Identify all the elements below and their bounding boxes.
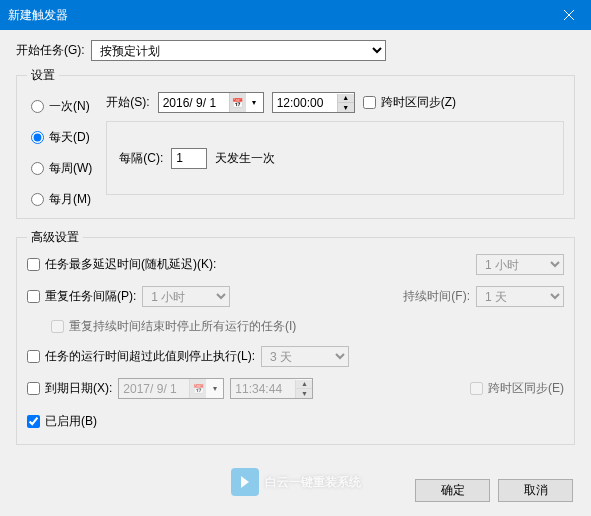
radio-daily[interactable]: 每天(D) — [31, 129, 92, 146]
expire-row: 到期日期(X): 📅 ▾ ▲▼ 跨时区同步(E) — [27, 378, 564, 399]
tz-sync-checkbox[interactable]: 跨时区同步(Z) — [363, 94, 456, 111]
radio-daily-input[interactable] — [31, 131, 44, 144]
recur-box: 每隔(C): 天发生一次 — [106, 121, 564, 195]
start-row: 开始(S): 📅 ▾ ▲▼ 跨时区同步(Z) — [106, 92, 564, 113]
radio-weekly-input[interactable] — [31, 162, 44, 175]
stop-after-dropdown: 3 天 — [261, 346, 349, 367]
close-icon — [564, 10, 574, 20]
stop-repeat-row: 重复持续时间结束时停止所有运行的任务(I) — [51, 318, 564, 335]
window-title: 新建触发器 — [8, 7, 68, 24]
duration-dropdown: 1 天 — [476, 286, 564, 307]
expire-time-spinner: ▲▼ — [230, 378, 313, 399]
start-label: 开始(S): — [106, 94, 149, 111]
stop-after-input[interactable] — [27, 350, 40, 363]
radio-once[interactable]: 一次(N) — [31, 98, 92, 115]
enabled-input[interactable] — [27, 415, 40, 428]
enabled-row: 已启用(B) — [27, 413, 564, 430]
expire-label: 到期日期(X): — [45, 380, 112, 397]
settings-fieldset: 设置 一次(N) 每天(D) 每周(W) 每月(M) 开始(S): 📅 ▾ — [16, 67, 575, 219]
frequency-radios: 一次(N) 每天(D) 每周(W) 每月(M) — [27, 92, 92, 208]
start-date-input[interactable] — [159, 93, 229, 112]
recur-label: 每隔(C): — [119, 150, 163, 167]
repeat-label: 重复任务间隔(P): — [45, 288, 136, 305]
radio-daily-label: 每天(D) — [49, 129, 90, 146]
tz-sync-input[interactable] — [363, 96, 376, 109]
repeat-check-input[interactable] — [27, 290, 40, 303]
delay-checkbox[interactable]: 任务最多延迟时间(随机延迟)(K): — [27, 256, 216, 273]
tz-sync-label: 跨时区同步(Z) — [381, 94, 456, 111]
spin-up-icon: ▲ — [296, 380, 312, 389]
chevron-down-icon[interactable]: ▾ — [246, 93, 263, 112]
delay-label: 任务最多延迟时间(随机延迟)(K): — [45, 256, 216, 273]
expire-input[interactable] — [27, 382, 40, 395]
spin-up-icon[interactable]: ▲ — [338, 94, 354, 103]
task-label: 开始任务(G): — [16, 42, 85, 59]
duration-label: 持续时间(F): — [403, 288, 470, 305]
repeat-dropdown: 1 小时 — [142, 286, 230, 307]
start-time-spinner[interactable]: ▲▼ — [272, 92, 355, 113]
radio-weekly[interactable]: 每周(W) — [31, 160, 92, 177]
spin-down-icon[interactable]: ▼ — [338, 103, 354, 112]
advanced-legend: 高级设置 — [27, 229, 83, 246]
chevron-down-icon: ▾ — [206, 379, 223, 398]
calendar-icon: 📅 — [189, 379, 206, 398]
stop-repeat-checkbox: 重复持续时间结束时停止所有运行的任务(I) — [51, 318, 296, 335]
expire-tz-input — [470, 382, 483, 395]
watermark-icon — [231, 468, 259, 496]
dialog-content: 开始任务(G): 按预定计划 设置 一次(N) 每天(D) 每周(W) 每月(M… — [0, 30, 591, 465]
cancel-button[interactable]: 取消 — [498, 479, 573, 502]
repeat-checkbox[interactable]: 重复任务间隔(P): — [27, 288, 136, 305]
expire-checkbox[interactable]: 到期日期(X): — [27, 380, 112, 397]
enabled-checkbox[interactable]: 已启用(B) — [27, 413, 97, 430]
delay-dropdown: 1 小时 — [476, 254, 564, 275]
radio-monthly[interactable]: 每月(M) — [31, 191, 92, 208]
expire-time-input — [231, 379, 295, 398]
radio-monthly-label: 每月(M) — [49, 191, 91, 208]
radio-monthly-input[interactable] — [31, 193, 44, 206]
expire-tz-checkbox: 跨时区同步(E) — [470, 380, 564, 397]
settings-right-panel: 开始(S): 📅 ▾ ▲▼ 跨时区同步(Z) 每隔(C): 天发生一 — [106, 92, 564, 208]
watermark: 白云一键重装系统 — [231, 468, 361, 496]
enabled-label: 已启用(B) — [45, 413, 97, 430]
stop-after-row: 任务的运行时间超过此值则停止执行(L): 3 天 — [27, 346, 564, 367]
spin-down-icon: ▼ — [296, 389, 312, 398]
delay-check-input[interactable] — [27, 258, 40, 271]
recur-suffix: 天发生一次 — [215, 150, 275, 167]
expire-tz-label: 跨时区同步(E) — [488, 380, 564, 397]
settings-legend: 设置 — [27, 67, 59, 84]
expire-date-picker: 📅 ▾ — [118, 378, 224, 399]
calendar-icon[interactable]: 📅 — [229, 93, 246, 112]
repeat-row: 重复任务间隔(P): 1 小时 持续时间(F): 1 天 — [27, 286, 564, 307]
task-row: 开始任务(G): 按预定计划 — [16, 40, 575, 61]
start-time-input[interactable] — [273, 93, 337, 112]
close-button[interactable] — [546, 0, 591, 30]
radio-once-input[interactable] — [31, 100, 44, 113]
ok-button[interactable]: 确定 — [415, 479, 490, 502]
titlebar: 新建触发器 — [0, 0, 591, 30]
delay-row: 任务最多延迟时间(随机延迟)(K): 1 小时 — [27, 254, 564, 275]
stop-repeat-input — [51, 320, 64, 333]
begin-task-dropdown[interactable]: 按预定计划 — [91, 40, 386, 61]
start-date-picker[interactable]: 📅 ▾ — [158, 92, 264, 113]
stop-after-label: 任务的运行时间超过此值则停止执行(L): — [45, 348, 255, 365]
recur-value-input[interactable] — [171, 148, 207, 169]
stop-after-checkbox[interactable]: 任务的运行时间超过此值则停止执行(L): — [27, 348, 255, 365]
footer-buttons: 确定 取消 — [415, 479, 573, 502]
advanced-fieldset: 高级设置 任务最多延迟时间(随机延迟)(K): 1 小时 重复任务间隔(P): … — [16, 229, 575, 445]
stop-repeat-label: 重复持续时间结束时停止所有运行的任务(I) — [69, 318, 296, 335]
expire-date-input — [119, 379, 189, 398]
radio-weekly-label: 每周(W) — [49, 160, 92, 177]
radio-once-label: 一次(N) — [49, 98, 90, 115]
watermark-text: 白云一键重装系统 — [265, 474, 361, 491]
